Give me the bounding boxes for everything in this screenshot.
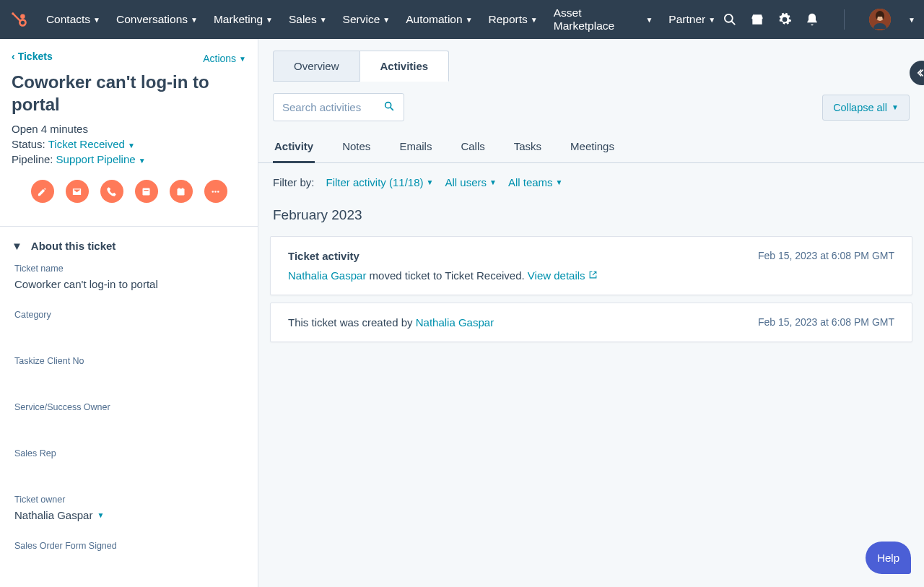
nav-asset-marketplace[interactable]: Asset Marketplace▼ [546,1,661,38]
field-ticket-owner[interactable]: Ticket owner Nathalia Gaspar▼ [0,489,258,525]
chevron-down-icon: ▼ [128,142,135,149]
field-sales-order-form-signed[interactable]: Sales Order Form Signed [0,535,258,571]
card-timestamp: Feb 15, 2023 at 6:08 PM GMT [758,316,894,328]
chevron-down-icon: ▼ [191,16,198,24]
actor-link[interactable]: Nathalia Gaspar [416,316,494,329]
more-button[interactable] [204,180,227,203]
chevron-down-icon: ▼ [93,16,100,24]
svg-point-8 [212,191,214,193]
ticket-title: Coworker can't log-in to portal [12,71,246,116]
tab-meetings[interactable]: Meetings [569,133,616,162]
nav-sales[interactable]: Sales▼ [282,1,334,38]
status-label: Status: [12,138,45,150]
nav-contacts[interactable]: Contacts▼ [39,1,108,38]
month-header: February 2023 [258,191,924,229]
tab-notes[interactable]: Notes [341,133,372,162]
field-sales-rep[interactable]: Sales Rep [0,443,258,479]
svg-rect-7 [178,188,185,195]
search-input[interactable] [282,101,378,113]
filter-users-dropdown[interactable]: All users▼ [445,176,496,188]
tab-emails[interactable]: Emails [398,133,433,162]
pipeline-label: Pipeline: [12,153,53,165]
tab-overview[interactable]: Overview [273,51,360,82]
back-to-tickets-link[interactable]: ‹ Tickets [12,51,53,62]
about-section-header[interactable]: ▼ About this ticket [0,227,258,258]
email-button[interactable] [66,180,89,203]
tab-activity[interactable]: Activity [273,133,315,163]
caret-down-icon: ▼ [12,240,22,252]
chevron-down-icon: ▼ [266,16,273,24]
external-link-icon [588,270,598,279]
chevron-down-icon: ▼ [139,157,146,165]
nav-service[interactable]: Service▼ [336,1,398,38]
nav-automation[interactable]: Automation▼ [398,1,479,38]
field-service-success-owner[interactable]: Service/Success Owner [0,396,258,432]
search-icon [383,100,395,114]
chevron-down-icon: ▼ [466,16,473,24]
chevron-down-icon: ▼ [383,16,390,24]
search-activities-input[interactable] [273,93,404,121]
chevron-down-icon: ▼ [645,16,653,24]
chevron-down-icon: ▼ [531,16,538,24]
top-nav: Contacts▼ Conversations▼ Marketing▼ Sale… [0,0,924,39]
chevron-down-icon: ▼ [556,178,563,186]
chevron-down-icon: ▼ [320,16,327,24]
nav-reports[interactable]: Reports▼ [481,1,545,38]
chevron-down-icon: ▼ [427,178,434,186]
marketplace-icon[interactable] [750,12,764,27]
chevron-down-icon: ▼ [97,511,104,519]
record-sidebar: ‹ Tickets Actions ▼ Coworker can't log-i… [0,39,258,587]
card-timestamp: Feb 15, 2023 at 6:08 PM GMT [758,250,894,261]
tab-calls[interactable]: Calls [459,133,486,162]
tab-activities[interactable]: Activities [360,51,450,82]
hubspot-logo-icon[interactable] [9,9,29,30]
filter-teams-dropdown[interactable]: All teams▼ [508,176,563,188]
card-title: Ticket activity [288,250,598,262]
avatar[interactable] [869,9,891,30]
record-tabs: Overview Activities [258,39,924,82]
bell-icon[interactable] [805,12,819,27]
nav-marketing[interactable]: Marketing▼ [206,1,280,38]
task-button[interactable] [170,180,193,203]
topnav-icons: ▼ [723,9,915,30]
activity-type-tabs: Activity Notes Emails Calls Tasks Meetin… [258,133,924,163]
chevron-down-icon: ▼ [489,178,497,186]
nav-partner[interactable]: Partner▼ [661,1,723,38]
search-icon[interactable] [723,12,737,27]
nav-conversations[interactable]: Conversations▼ [109,1,205,38]
note-button[interactable] [31,180,54,203]
call-button[interactable] [100,180,123,203]
filter-activity-dropdown[interactable]: Filter activity (11/18)▼ [326,176,434,188]
actor-link[interactable]: Nathalia Gaspar [288,269,366,282]
divider [844,9,845,30]
field-category[interactable]: Category [0,304,258,340]
collapse-all-button[interactable]: Collapse all ▼ [822,95,910,121]
account-chevron-down-icon[interactable]: ▼ [908,16,915,24]
filter-row: Filter by: Filter activity (11/18)▼ All … [258,163,924,191]
field-taskize-client-no[interactable]: Taskize Client No [0,350,258,386]
card-body: Nathalia Gaspar moved ticket to Ticket R… [288,269,598,282]
svg-rect-6 [144,190,148,191]
tab-tasks[interactable]: Tasks [513,133,543,162]
pipeline-value-dropdown[interactable]: Support Pipeline ▼ [56,153,146,165]
svg-point-0 [20,14,25,19]
log-button[interactable] [135,180,158,203]
svg-point-9 [214,191,217,193]
topnav-menu: Contacts▼ Conversations▼ Marketing▼ Sale… [39,1,723,38]
svg-rect-5 [143,188,150,195]
main-panel: Overview Activities Collapse all ▼ Activ… [258,39,924,587]
help-button[interactable]: Help [866,542,911,574]
card-body: This ticket was created by Nathalia Gasp… [288,316,494,329]
actions-menu[interactable]: Actions ▼ [203,53,246,64]
activity-card: Ticket activity Nathalia Gaspar moved ti… [270,236,912,295]
status-value-dropdown[interactable]: Ticket Received ▼ [48,138,135,150]
filter-by-label: Filter by: [273,176,315,188]
view-details-link[interactable]: View details [528,269,598,282]
chevron-down-icon: ▼ [892,103,899,111]
chevron-down-icon: ▼ [239,55,246,63]
field-ticket-name[interactable]: Ticket name Coworker can't log-in to por… [0,258,258,294]
gear-icon[interactable] [777,12,792,27]
svg-point-10 [217,191,219,193]
chevron-left-icon: ‹ [12,51,15,62]
quick-actions [12,168,246,217]
